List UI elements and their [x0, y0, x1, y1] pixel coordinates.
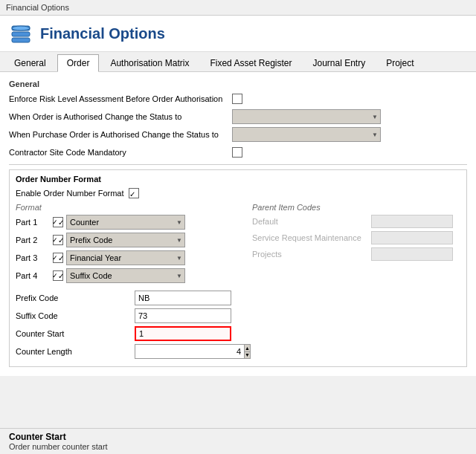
part3-label: Part 3	[16, 253, 53, 262]
tab-authorisation-matrix[interactable]: Authorisation Matrix	[100, 54, 199, 71]
counter-start-label: Counter Start	[16, 329, 135, 338]
contractor-site-label: Contractor Site Code Mandatory	[9, 148, 232, 157]
contractor-site-row: Contractor Site Code Mandatory	[9, 145, 467, 160]
pic-default-row: Default	[252, 215, 460, 228]
spinner-down-button[interactable]: ▼	[245, 352, 250, 359]
status-bar-title: Counter Start	[9, 432, 467, 442]
onf-enable-row: Enable Order Number Format	[16, 188, 460, 198]
spinner-up-button[interactable]: ▲	[245, 345, 250, 352]
status-bar-description: Order number counter start	[9, 442, 467, 451]
order-authorised-row: When Order is Authorised Change the Stat…	[9, 109, 467, 124]
counter-length-spinner: ▲ ▼	[135, 344, 231, 359]
onf-section-label: Order Number Format	[16, 175, 460, 184]
onf-enable-label: Enable Order Number Format	[16, 189, 124, 198]
onf-enable-checkbox[interactable]	[129, 188, 139, 198]
tab-general[interactable]: General	[4, 54, 56, 71]
pic-col-header: Parent Item Codes	[252, 203, 460, 212]
title-bar: Financial Options	[0, 0, 476, 16]
onf-right: Parent Item Codes Default Service Reques…	[252, 203, 460, 286]
enforce-risk-control	[232, 94, 467, 104]
counter-start-row: Counter Start	[16, 326, 460, 341]
pic-projects-input[interactable]	[371, 247, 453, 261]
tab-order[interactable]: Order	[57, 54, 100, 72]
page-header: Financial Options	[0, 16, 476, 52]
enforce-risk-label: Enforce Risk Level Assessment Before Ord…	[9, 94, 232, 103]
title-bar-text: Financial Options	[6, 3, 69, 12]
svg-point-3	[12, 26, 30, 30]
svg-rect-2	[12, 38, 30, 42]
part3-select[interactable]: Financial Year	[66, 250, 185, 265]
pic-projects-label: Projects	[252, 250, 371, 259]
enforce-risk-checkbox[interactable]	[232, 94, 242, 104]
counter-length-input[interactable]	[135, 344, 244, 359]
spinner-arrows: ▲ ▼	[244, 344, 251, 359]
part4-select[interactable]: Suffix Code	[66, 268, 185, 283]
part2-checkbox[interactable]: ✓	[53, 235, 63, 245]
counter-length-label: Counter Length	[16, 347, 135, 356]
order-number-format-section: Order Number Format Enable Order Number …	[9, 169, 467, 367]
format-col-header: Format	[16, 203, 246, 212]
svg-rect-1	[12, 32, 30, 36]
counter-length-row: Counter Length ▲ ▼	[16, 344, 460, 359]
form-content: General Enforce Risk Level Assessment Be…	[0, 72, 476, 376]
order-authorised-control	[232, 109, 467, 124]
tab-project[interactable]: Project	[376, 54, 423, 71]
pic-srm-label: Service Request Maintenance	[252, 233, 371, 242]
suffix-code-input[interactable]	[135, 308, 231, 323]
counter-start-input[interactable]	[135, 326, 231, 341]
pic-default-label: Default	[252, 217, 371, 226]
pic-srm-input[interactable]	[371, 231, 453, 244]
part2-row: Part 2 ✓ Prefix Code	[16, 233, 246, 247]
po-authorised-control	[232, 127, 467, 142]
status-bar: Counter Start Order number counter start	[0, 428, 476, 454]
pic-projects-row: Projects	[252, 247, 460, 261]
part4-checkbox[interactable]: ✓	[53, 270, 63, 281]
pic-default-input[interactable]	[371, 215, 453, 228]
prefix-code-row: Prefix Code	[16, 291, 460, 305]
onf-columns: Format Part 1 ✓ Counter Part 2 ✓	[16, 203, 460, 286]
part4-row: Part 4 ✓ Suffix Code	[16, 268, 246, 283]
page-header-icon	[9, 22, 33, 45]
bottom-fields: Prefix Code Suffix Code Counter Start Co…	[16, 291, 460, 359]
enforce-risk-row: Enforce Risk Level Assessment Before Ord…	[9, 91, 467, 106]
part2-select[interactable]: Prefix Code	[66, 233, 185, 247]
po-authorised-label: When Purchase Order is Authorised Change…	[9, 130, 232, 139]
tabs-bar: General Order Authorisation Matrix Fixed…	[0, 52, 476, 72]
part3-row: Part 3 ✓ Financial Year	[16, 250, 246, 265]
suffix-code-row: Suffix Code	[16, 308, 460, 323]
po-authorised-select[interactable]	[232, 127, 381, 142]
part1-select[interactable]: Counter	[66, 215, 185, 230]
order-authorised-select[interactable]	[232, 109, 381, 124]
part1-row: Part 1 ✓ Counter	[16, 215, 246, 230]
order-authorised-label: When Order is Authorised Change the Stat…	[9, 112, 232, 121]
part4-label: Part 4	[16, 271, 53, 280]
page-header-title: Financial Options	[40, 25, 165, 42]
pic-srm-row: Service Request Maintenance	[252, 231, 460, 244]
part1-checkbox[interactable]: ✓	[53, 217, 63, 227]
tab-fixed-asset-register[interactable]: Fixed Asset Register	[200, 54, 301, 71]
tab-journal-entry[interactable]: Journal Entry	[303, 54, 375, 71]
suffix-code-label: Suffix Code	[16, 311, 135, 320]
contractor-site-checkbox[interactable]	[232, 147, 242, 158]
divider	[9, 164, 467, 165]
onf-left: Format Part 1 ✓ Counter Part 2 ✓	[16, 203, 246, 286]
general-section-label: General	[9, 80, 467, 88]
prefix-code-input[interactable]	[135, 291, 231, 305]
part1-label: Part 1	[16, 218, 53, 227]
part3-checkbox[interactable]: ✓	[53, 253, 63, 263]
po-authorised-row: When Purchase Order is Authorised Change…	[9, 127, 467, 142]
prefix-code-label: Prefix Code	[16, 294, 135, 302]
contractor-site-control	[232, 147, 467, 158]
part2-label: Part 2	[16, 236, 53, 244]
